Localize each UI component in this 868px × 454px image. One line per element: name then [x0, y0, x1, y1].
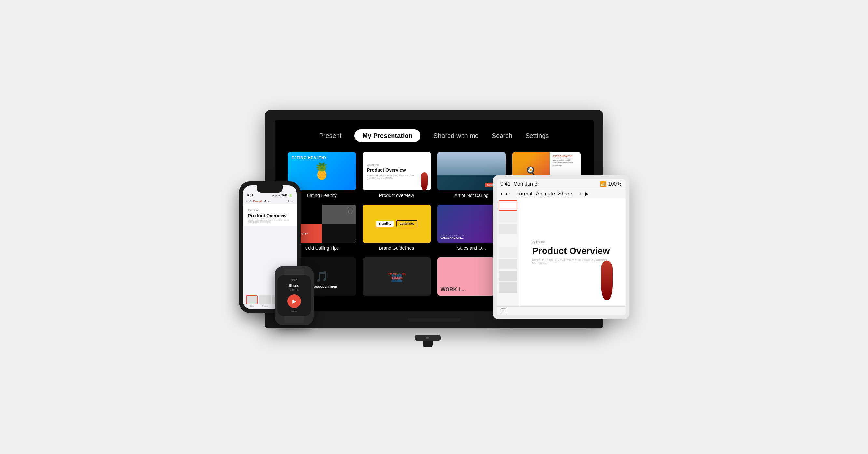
ipad-format-tab[interactable]: Format	[516, 191, 533, 197]
ipad-slides-panel	[497, 198, 520, 306]
ipad-play-btn[interactable]: ▶	[585, 191, 589, 197]
back-btn[interactable]: ‹	[246, 200, 247, 203]
card-product-overview[interactable]: Zylker Inc. Product Overview KEEP THINGS…	[363, 152, 431, 198]
thumb-brand-guidelines: Branding Guidelines	[363, 204, 431, 243]
ipad-back-btn[interactable]: ‹	[501, 191, 502, 197]
sell-text: TO SELL IS TO SELL IS HUMAN HUMAN	[388, 272, 405, 280]
ipad-time: 9:41	[501, 181, 510, 187]
ipad-share-tab[interactable]: Share	[558, 191, 572, 197]
ipad-toolbar: 9:41 Mon Jun 3 📶 100%	[497, 179, 625, 189]
watch-progress: 10:23	[281, 310, 308, 313]
slide-label: Slide	[250, 305, 254, 307]
ipad-slide-subtitle: KEEP THINGS SIMPLE TO MAKE YOUR AUDIENCE…	[532, 259, 613, 264]
iphone-time: 9:41	[247, 194, 253, 197]
ipad-animate-tab[interactable]: Animate	[536, 191, 555, 197]
iphone-toolbar: ‹ ↩ Format Move + ···	[243, 198, 297, 204]
iphone-slide-subtitle: KEEP THINGS SIMPLE TO MAKE YOUR AUDIENCE…	[248, 219, 291, 223]
quad2	[322, 204, 356, 224]
po-title: Product Overview	[367, 167, 426, 173]
add-btn[interactable]: +	[288, 200, 289, 203]
guidelines-badge: Guidelines	[396, 221, 417, 227]
wifi-icon: WiFi	[281, 194, 288, 197]
ipad: 9:41 Mon Jun 3 📶 100% ‹ ↩ Format Animate…	[493, 175, 629, 319]
thumb-1[interactable]	[246, 295, 258, 304]
apple-watch: 9:47 Share 2 of 14 10:23	[275, 266, 314, 325]
nav-my-presentation[interactable]: My Presentation	[354, 129, 420, 142]
ipad-company: Zylker Inc.	[532, 240, 613, 244]
iphone-slide-content: Zylker Inc. Product Overview KEEP THINGS…	[243, 204, 297, 226]
quad4	[322, 224, 356, 243]
brand-badge: Branding	[376, 221, 394, 227]
ipad-thumb-8[interactable]	[499, 282, 517, 293]
ipad-screen: 9:41 Mon Jun 3 📶 100% ‹ ↩ Format Animate…	[497, 179, 625, 316]
food-description: We provide a healthy breakfast option fo…	[553, 159, 577, 167]
card-product-overview-label: Product overview	[363, 193, 431, 198]
scene: Present My Presentation Shared with me S…	[239, 110, 629, 344]
tv-nav: Present My Presentation Shared with me S…	[288, 129, 581, 142]
format-tab[interactable]: Format	[253, 200, 262, 203]
thumb-sell-human: TO SELL IS TO SELL IS HUMAN HUMAN	[363, 257, 431, 296]
ipad-thumb-3[interactable]	[499, 224, 517, 234]
iphone-slide-title: Product Overview	[248, 213, 291, 218]
more-btn[interactable]: ···	[291, 200, 293, 203]
po-subtitle: KEEP THINGS SIMPLE TO MAKE YOUR AUDIENCE…	[367, 174, 426, 179]
animate-tab[interactable]: Move	[264, 200, 270, 203]
thumb-2[interactable]	[259, 295, 271, 304]
appletv-box: tv	[415, 335, 441, 341]
iphone-company: Zylker Inc.	[248, 209, 291, 212]
ipad-thumb-6[interactable]	[499, 259, 517, 269]
ipad-thumb-1[interactable]	[499, 200, 517, 211]
watch-band-bottom	[284, 316, 304, 323]
ipad-bottom-add-btn[interactable]: +	[501, 308, 506, 314]
work-label: WORK L...	[441, 287, 466, 292]
ipad-add-btn[interactable]: +	[579, 191, 582, 197]
eating-label: EATING HEALTHY	[291, 156, 327, 160]
nav-settings[interactable]: Settings	[525, 132, 549, 139]
what-we-do: EATING HEALTHY	[553, 155, 577, 157]
ipad-thumb-7[interactable]	[499, 270, 517, 281]
watch-time: 9:47	[281, 279, 308, 282]
undo-btn[interactable]: ↩	[249, 200, 251, 203]
nav-shared-with-me[interactable]: Shared with me	[434, 132, 479, 139]
tv-stand-base	[408, 318, 460, 322]
thumb-eating-healthy: EATING HEALTHY	[288, 152, 356, 190]
battery-icon: 🔋	[289, 194, 292, 197]
card-brand-guidelines[interactable]: Branding Guidelines Brand Guidelines	[363, 204, 431, 251]
watch-play-button[interactable]	[287, 294, 301, 308]
watch-slide-count: 2 of 14	[281, 289, 308, 292]
iphone-notch	[257, 185, 283, 193]
ipad-slide-title: Product Overview	[532, 246, 613, 256]
card-brand-guidelines-label: Brand Guidelines	[363, 246, 431, 251]
po-vase	[421, 172, 428, 190]
ipad-thumb-2[interactable]	[499, 212, 517, 222]
iphone-status-bar: 9:41 ▲▲▲ WiFi 🔋	[243, 193, 297, 198]
card-sell-human[interactable]: TO SELL IS TO SELL IS HUMAN HUMAN	[363, 257, 431, 298]
ipad-canvas: Zylker Inc. Product Overview KEEP THINGS…	[520, 198, 625, 306]
thumb-product-overview: Zylker Inc. Product Overview KEEP THINGS…	[363, 152, 431, 190]
ipad-battery: 📶 100%	[600, 181, 621, 187]
watch-screen: 9:47 Share 2 of 14 10:23	[277, 275, 311, 316]
ipad-thumb-5[interactable]	[499, 247, 517, 258]
ipad-bottom-bar: +	[497, 306, 625, 316]
theme-label: Theme	[262, 305, 268, 307]
status-icons: ▲▲▲ WiFi 🔋	[272, 194, 292, 197]
nav-present[interactable]: Present	[319, 132, 341, 139]
ipad-undo-btn[interactable]: ↩	[505, 191, 510, 197]
ipad-thumb-4[interactable]	[499, 235, 517, 246]
appletv-logo: tv	[415, 335, 441, 341]
nav-search[interactable]: Search	[492, 132, 512, 139]
ipad-vase	[601, 261, 613, 300]
po-company: Zylker Inc.	[367, 163, 426, 166]
watch-present-label: Share	[281, 283, 308, 288]
ipad-main: Zylker Inc. Product Overview KEEP THINGS…	[497, 198, 625, 306]
ipad-date: Mon Jun 3	[513, 181, 538, 187]
signal-icon: ▲▲▲	[272, 194, 281, 197]
watch-band-top	[284, 269, 304, 275]
tv-stand-neck	[421, 311, 447, 318]
